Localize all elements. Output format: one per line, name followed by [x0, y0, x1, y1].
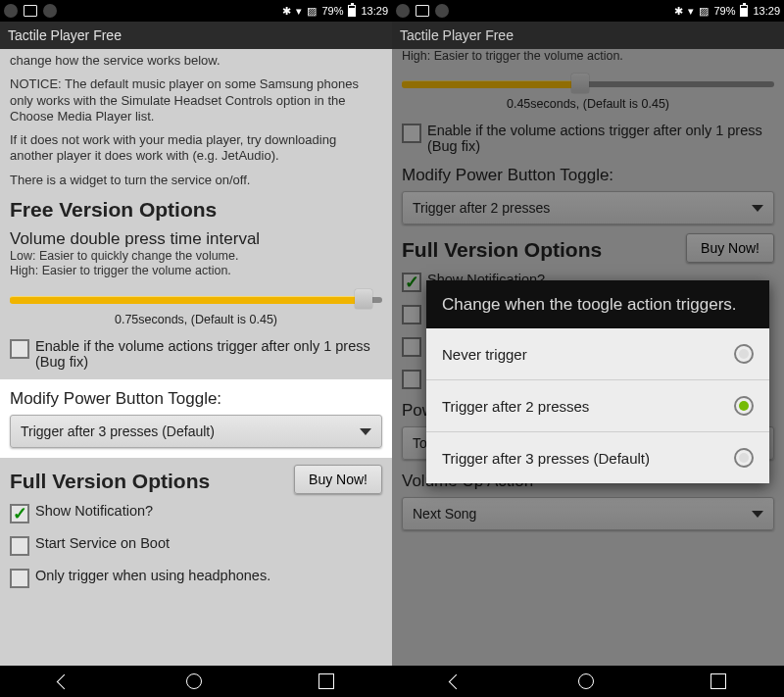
- intro-text-2: If it does not work with your media play…: [0, 128, 392, 169]
- headphones-row[interactable]: Only trigger when using headphones.: [0, 562, 392, 594]
- dialog-option-label: Never trigger: [442, 346, 527, 363]
- chevron-down-icon: [360, 428, 371, 435]
- vol-interval-label: Volume double press time interval: [0, 224, 392, 249]
- nav-recent-icon[interactable]: [318, 673, 334, 689]
- clock: 13:29: [361, 5, 388, 17]
- headphones-checkbox[interactable]: [10, 569, 29, 588]
- no-sim-icon: ▨: [307, 5, 317, 18]
- app-titlebar: Tactile Player Free: [392, 22, 784, 49]
- intro-text-1: change how the service works below.: [0, 49, 392, 73]
- headphones-label: Only trigger when using headphones.: [35, 568, 270, 583]
- battery-icon: [740, 5, 748, 17]
- radio-icon: [734, 344, 754, 364]
- no-sim-icon: ▨: [699, 5, 709, 18]
- music-icon: [4, 4, 18, 18]
- bugfix-checkbox-row[interactable]: Enable if the volume actions trigger aft…: [0, 332, 392, 375]
- free-version-heading: Free Version Options: [0, 192, 392, 224]
- nav-back-icon[interactable]: [56, 673, 72, 689]
- power-toggle-label: Modify Power Button Toggle:: [10, 383, 382, 409]
- nav-home-icon[interactable]: [578, 673, 594, 689]
- bluetooth-icon: ✱: [674, 5, 683, 18]
- bugfix-label: Enable if the volume actions trigger aft…: [35, 338, 382, 370]
- app-icon: [435, 4, 449, 18]
- image-icon: [416, 5, 429, 17]
- app-icon: [43, 4, 57, 18]
- navbar: [0, 666, 392, 697]
- app-title: Tactile Player Free: [8, 27, 122, 43]
- radio-icon: [734, 396, 754, 416]
- content-scroll[interactable]: change how the service works below. NOTI…: [0, 49, 392, 666]
- statusbar: ✱ ▾ ▨ 79% 13:29: [392, 0, 784, 22]
- nav-home-icon[interactable]: [186, 673, 202, 689]
- volume-interval-slider[interactable]: [10, 289, 382, 309]
- notice-text: NOTICE: The default music player on some…: [0, 73, 392, 128]
- show-notif-label: Show Notification?: [35, 503, 153, 519]
- dialog-option-2presses[interactable]: Trigger after 2 presses: [426, 380, 769, 432]
- nav-recent-icon[interactable]: [710, 673, 726, 689]
- statusbar: ✱ ▾ ▨ 79% 13:29: [0, 0, 392, 22]
- navbar: [392, 666, 784, 697]
- start-boot-checkbox[interactable]: [10, 536, 29, 556]
- slider-caption: 0.75seconds, (Default is 0.45): [0, 309, 392, 332]
- start-boot-label: Start Service on Boot: [35, 535, 170, 551]
- clock: 13:29: [753, 5, 780, 17]
- vol-hint-high: High: Easier to trigger the volume actio…: [10, 264, 382, 279]
- app-titlebar: Tactile Player Free: [0, 22, 392, 49]
- nav-back-icon[interactable]: [448, 673, 464, 689]
- show-notif-row[interactable]: Show Notification?: [0, 497, 392, 529]
- radio-icon: [734, 448, 754, 468]
- power-toggle-dropdown[interactable]: Trigger after 3 presses (Default): [10, 415, 382, 448]
- content-scroll[interactable]: Low: Easier to quickly change the volume…: [392, 49, 784, 666]
- right-screenshot: ✱ ▾ ▨ 79% 13:29 Tactile Player Free Low:…: [392, 0, 784, 697]
- dialog-option-label: Trigger after 2 presses: [442, 398, 589, 415]
- battery-percent: 79%: [713, 5, 735, 17]
- power-toggle-value: Trigger after 3 presses (Default): [21, 423, 215, 439]
- start-boot-row[interactable]: Start Service on Boot: [0, 529, 392, 562]
- buy-now-button[interactable]: Buy Now!: [294, 465, 382, 494]
- wifi-icon: ▾: [296, 5, 302, 18]
- left-screenshot: ✱ ▾ ▨ 79% 13:29 Tactile Player Free chan…: [0, 0, 392, 697]
- bluetooth-icon: ✱: [282, 5, 291, 18]
- power-toggle-block: Modify Power Button Toggle: Trigger afte…: [0, 379, 392, 458]
- music-icon: [396, 4, 410, 18]
- vol-hint-low: Low: Easier to quickly change the volume…: [10, 249, 382, 265]
- bugfix-checkbox[interactable]: [10, 339, 29, 359]
- intro-text-3: There is a widget to turn the service on…: [0, 169, 392, 192]
- full-version-heading: Full Version Options: [10, 464, 220, 495]
- dialog-option-label: Trigger after 3 presses (Default): [442, 450, 650, 467]
- dialog-option-3presses[interactable]: Trigger after 3 presses (Default): [426, 432, 769, 483]
- dialog-title: Change when the toogle action triggers.: [426, 280, 769, 328]
- app-title: Tactile Player Free: [400, 27, 514, 43]
- toggle-action-dialog: Change when the toogle action triggers. …: [426, 280, 769, 483]
- wifi-icon: ▾: [688, 5, 694, 18]
- show-notif-checkbox[interactable]: [10, 504, 29, 523]
- battery-percent: 79%: [321, 5, 343, 17]
- battery-icon: [348, 5, 356, 17]
- image-icon: [24, 5, 37, 17]
- dialog-option-never[interactable]: Never trigger: [426, 328, 769, 380]
